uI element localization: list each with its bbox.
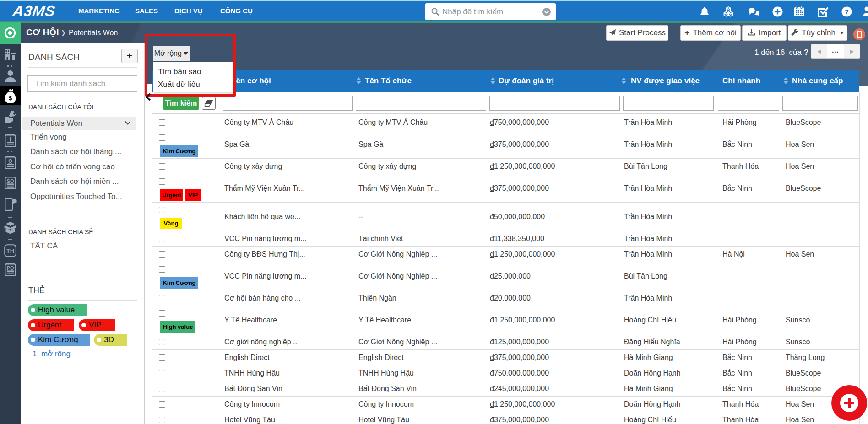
- svg-text:SO: SO: [7, 178, 14, 184]
- svg-text:Q: Q: [8, 158, 12, 164]
- svg-text:I: I: [10, 136, 11, 142]
- svg-text:$: $: [9, 95, 12, 102]
- svg-text:?: ?: [845, 8, 849, 16]
- svg-text:TH: TH: [6, 247, 14, 254]
- svg-text:PO: PO: [7, 265, 14, 271]
